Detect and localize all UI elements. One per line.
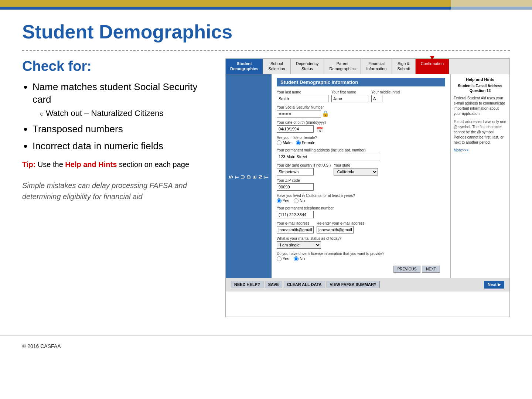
- section-divider: [22, 50, 510, 51]
- california-no-option[interactable]: No: [294, 198, 305, 203]
- tip-label: Tip:: [22, 160, 35, 168]
- first-name-label: Your first name: [331, 90, 368, 94]
- previous-button[interactable]: PREVIOUS: [393, 266, 421, 273]
- gender-female-option[interactable]: Female: [296, 140, 316, 145]
- help-question: Question 13: [454, 89, 507, 93]
- form-main-area: Student Demographic Information Your las…: [272, 74, 450, 278]
- drivers-license-yes-radio[interactable]: [277, 256, 282, 261]
- tip-paragraph: Tip: Use the Help and Hints section on e…: [22, 159, 207, 170]
- drivers-license-no-label: No: [300, 256, 305, 261]
- email-label: Your e-mail address: [277, 221, 314, 225]
- california-yes-radio[interactable]: [277, 198, 282, 203]
- form-bottom-buttons: NEED HELP? SAVE CLEAR ALL DATA VIEW FAFS…: [226, 278, 509, 291]
- city-state-row: Your city (and country if not U.S.) Your…: [277, 163, 445, 175]
- tip-highlight: Help and Hints: [65, 160, 117, 168]
- help-more-link[interactable]: More>>>: [454, 148, 468, 152]
- last-name-group: Your last name: [277, 90, 328, 102]
- city-group: Your city (and country if not U.S.): [277, 163, 331, 175]
- middle-initial-label: Your middle initial: [371, 90, 400, 94]
- california-no-radio[interactable]: [294, 198, 299, 203]
- check-for-title: Check for:: [22, 58, 207, 74]
- need-help-button[interactable]: NEED HELP?: [231, 281, 263, 288]
- dob-row: Your date of birth (mmddyyyy) 📅: [277, 120, 445, 133]
- gender-radio-group: Male Female: [277, 140, 445, 145]
- view-fafsa-summary-button[interactable]: VIEW FAFSA SUMMARY: [327, 281, 380, 288]
- california-label: Have you lived in California for at leas…: [277, 194, 445, 198]
- bullet-item-3: Incorrect data in numeric fields: [33, 140, 207, 153]
- first-name-group: Your first name: [331, 90, 368, 102]
- zip-input[interactable]: [277, 183, 314, 191]
- clear-all-data-button[interactable]: CLEAR ALL DATA: [284, 281, 325, 288]
- bottom-next-arrow: ▶: [498, 282, 501, 287]
- ssn-row: Your Social Security Number 🔒: [277, 105, 445, 117]
- gender-row: Are you male or female? Male Female: [277, 136, 445, 145]
- drivers-license-yes-option[interactable]: Yes: [277, 256, 289, 261]
- form-body: STUDENT Student Demographic Information …: [226, 74, 509, 278]
- gender-male-option[interactable]: Male: [277, 140, 291, 145]
- zip-label: Your ZIP code: [277, 178, 445, 183]
- first-name-input[interactable]: [331, 95, 368, 102]
- email-row: Your e-mail address Re-enter your e-mail…: [277, 221, 445, 233]
- confirmation-arrow: ▼: [429, 53, 436, 62]
- state-group: Your state California Nevada Arizona: [334, 163, 378, 175]
- email-confirm-input[interactable]: [317, 226, 354, 233]
- gender-female-label: Female: [302, 140, 316, 145]
- gender-female-radio[interactable]: [296, 140, 301, 145]
- footer: © 2016 CASFAA: [0, 335, 532, 357]
- dob-label: Your date of birth (mmddyyyy): [277, 120, 445, 125]
- california-yes-label: Yes: [283, 198, 289, 203]
- marital-row: What is your marital status as of today?…: [277, 236, 445, 249]
- help-panel: Help and Hints Student's E-mail Address …: [450, 74, 509, 278]
- marital-select[interactable]: I am single I am married I am divorced: [277, 241, 321, 249]
- sub-item-1: Watch out – Naturalized Citizens: [40, 108, 207, 119]
- drivers-license-yes-label: Yes: [283, 256, 289, 261]
- state-select[interactable]: California Nevada Arizona: [334, 168, 378, 175]
- middle-initial-input[interactable]: [371, 95, 382, 102]
- marital-label: What is your marital status as of today?: [277, 236, 445, 241]
- california-no-label: No: [300, 198, 305, 203]
- address-input[interactable]: [277, 153, 380, 160]
- zip-row: Your ZIP code: [277, 178, 445, 191]
- drivers-license-no-option[interactable]: No: [294, 256, 305, 261]
- last-name-input[interactable]: [277, 95, 328, 102]
- email-confirm-group: Re-enter your e-mail address: [317, 221, 365, 233]
- ssn-calendar-icon[interactable]: 🔒: [322, 110, 329, 117]
- drivers-license-label: Do you have driver's license information…: [277, 252, 445, 256]
- fafsa-form-container: StudentDemographics SchoolSelection Depe…: [225, 58, 510, 317]
- city-label: Your city (and country if not U.S.): [277, 163, 331, 167]
- california-row: Have you lived in California for at leas…: [277, 194, 445, 203]
- tip-text-part1: Use the: [38, 160, 65, 168]
- dob-input[interactable]: [277, 125, 314, 133]
- drivers-license-no-radio[interactable]: [294, 256, 299, 261]
- phone-row: Your permanent telephone number: [277, 206, 445, 218]
- tab-dependency-status[interactable]: DependencyStatus: [291, 59, 324, 74]
- gender-male-radio[interactable]: [277, 140, 282, 145]
- next-button[interactable]: NEXT: [422, 266, 440, 273]
- tab-sign-submit[interactable]: Sign &Submit: [392, 59, 415, 74]
- prev-next-buttons: PREVIOUS NEXT: [277, 264, 445, 274]
- tab-confirmation[interactable]: ▼ Confirmation: [416, 59, 449, 74]
- tip-text-part2: section on each page: [119, 160, 189, 168]
- tab-parent-demographics[interactable]: ParentDemographics: [324, 59, 361, 74]
- email-input[interactable]: [277, 226, 314, 233]
- italic-note: Simple mistakes can delay processing FAF…: [22, 180, 207, 202]
- save-button[interactable]: SAVE: [265, 281, 282, 288]
- city-input[interactable]: [277, 168, 314, 175]
- california-radio-group: Yes No: [277, 198, 445, 203]
- tab-school-selection[interactable]: SchoolSelection: [263, 59, 290, 74]
- gender-label: Are you male or female?: [277, 136, 445, 140]
- ssn-input[interactable]: [277, 110, 321, 117]
- tab-student-demographics[interactable]: StudentDemographics: [226, 59, 263, 74]
- phone-label: Your permanent telephone number: [277, 206, 445, 210]
- help-subtitle: Student's E-mail Address: [454, 84, 507, 88]
- tab-financial-information[interactable]: FinancialInformation: [361, 59, 392, 74]
- bullet-list: Name matches student Social Security car…: [22, 81, 207, 153]
- help-title: Help and Hints: [454, 77, 507, 82]
- last-name-label: Your last name: [277, 90, 328, 94]
- bottom-next-box[interactable]: Next ▶: [484, 281, 504, 289]
- dob-calendar-icon[interactable]: 📅: [317, 127, 323, 133]
- page-title: Student Demographics: [22, 21, 510, 43]
- california-yes-option[interactable]: Yes: [277, 198, 289, 203]
- help-text-2: E-mail addresses have only one @ symbol.…: [454, 119, 507, 145]
- phone-input[interactable]: [277, 211, 314, 218]
